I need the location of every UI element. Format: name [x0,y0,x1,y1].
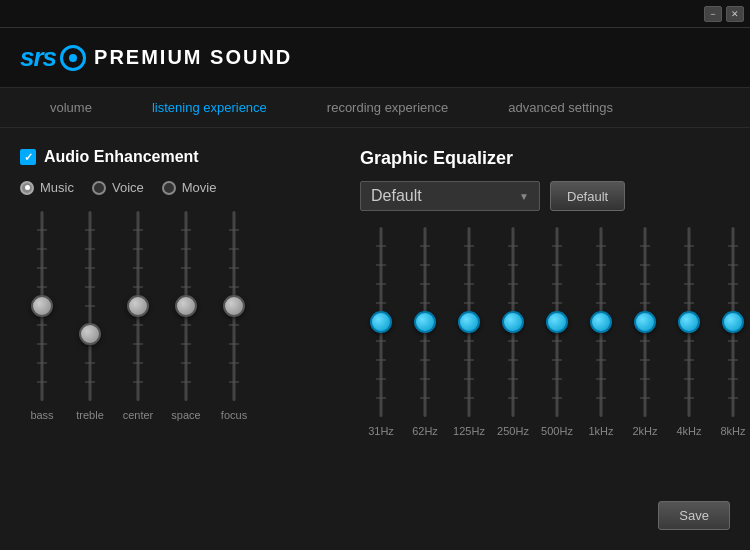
slider-1khz-knob[interactable] [590,311,612,333]
slider-8khz[interactable] [728,227,738,417]
slider-8khz-label: 8kHz [720,425,745,437]
eq-slider-col-31hz: 31Hz [360,227,402,437]
slider-focus[interactable] [229,211,239,401]
slider-2khz-knob[interactable] [634,311,656,333]
eq-preset-value: Default [371,187,422,205]
slider-2khz-label: 2kHz [632,425,657,437]
right-panel: Graphic Equalizer Default ▼ Default [360,148,750,530]
titlebar: − ✕ [0,0,750,28]
dropdown-arrow-icon: ▼ [519,191,529,202]
slider-500hz[interactable] [552,227,562,417]
slider-500hz-label: 500Hz [541,425,573,437]
slider-31hz-knob[interactable] [370,311,392,333]
slider-treble[interactable] [85,211,95,401]
eq-slider-col-500hz: 500Hz [536,227,578,437]
main-content: Audio Enhancement Music Voice Movie [0,128,750,550]
slider-bass-label: bass [30,409,53,421]
radio-music-btn[interactable] [20,181,34,195]
slider-500hz-knob[interactable] [546,311,568,333]
slider-center-label: center [123,409,154,421]
eq-slider-col-2khz: 2kHz [624,227,666,437]
save-button[interactable]: Save [658,501,730,530]
eq-title: Graphic Equalizer [360,148,750,169]
logo-circle-icon [60,45,86,71]
slider-31hz-label: 31Hz [368,425,394,437]
slider-250hz-knob[interactable] [502,311,524,333]
slider-treble-knob[interactable] [79,323,101,345]
slider-col-space: space [164,211,208,421]
eq-slider-col-1khz: 1kHz [580,227,622,437]
eq-slider-col-62hz: 62Hz [404,227,446,437]
slider-col-center: center [116,211,160,421]
eq-sliders-area: 31Hz [360,227,750,437]
slider-125hz[interactable] [464,227,474,417]
slider-col-treble: treble [68,211,112,421]
slider-focus-knob[interactable] [223,295,245,317]
close-button[interactable]: ✕ [726,6,744,22]
left-panel: Audio Enhancement Music Voice Movie [20,148,280,530]
radio-voice-btn[interactable] [92,181,106,195]
nav-item-listening[interactable]: listening experience [122,88,297,128]
slider-62hz[interactable] [420,227,430,417]
slider-2khz[interactable] [640,227,650,417]
slider-col-focus: focus [212,211,256,421]
mode-radio-group: Music Voice Movie [20,180,280,195]
slider-space[interactable] [181,211,191,401]
audio-enhancement-label: Audio Enhancement [44,148,199,166]
main-nav: volume listening experience recording ex… [0,88,750,128]
app-header: srs PREMIUM SOUND [0,28,750,88]
slider-1khz[interactable] [596,227,606,417]
radio-movie-label: Movie [182,180,217,195]
slider-treble-label: treble [76,409,104,421]
slider-125hz-knob[interactable] [458,311,480,333]
slider-4khz[interactable] [684,227,694,417]
slider-125hz-label: 125Hz [453,425,485,437]
audio-enhancement-row: Audio Enhancement [20,148,280,166]
eq-controls: Default ▼ Default [360,181,750,211]
radio-voice-label: Voice [112,180,144,195]
slider-col-bass: bass [20,211,64,421]
left-sliders-area: bass [20,211,280,421]
slider-250hz[interactable] [508,227,518,417]
slider-31hz[interactable] [376,227,386,417]
slider-62hz-knob[interactable] [414,311,436,333]
radio-music[interactable]: Music [20,180,74,195]
eq-slider-col-4khz: 4kHz [668,227,710,437]
slider-bass-knob[interactable] [31,295,53,317]
radio-voice[interactable]: Voice [92,180,144,195]
slider-62hz-label: 62Hz [412,425,438,437]
slider-250hz-label: 250Hz [497,425,529,437]
eq-slider-col-125hz: 125Hz [448,227,490,437]
eq-slider-col-250hz: 250Hz [492,227,534,437]
radio-movie-btn[interactable] [162,181,176,195]
logo-premium: PREMIUM SOUND [94,46,292,69]
slider-4khz-label: 4kHz [676,425,701,437]
slider-4khz-knob[interactable] [678,311,700,333]
slider-bass[interactable] [37,211,47,401]
minimize-button[interactable]: − [704,6,722,22]
audio-enhancement-checkbox[interactable] [20,149,36,165]
slider-treble-track [89,211,92,401]
radio-movie[interactable]: Movie [162,180,217,195]
slider-8khz-knob[interactable] [722,311,744,333]
slider-center[interactable] [133,211,143,401]
slider-center-knob[interactable] [127,295,149,317]
nav-item-volume[interactable]: volume [20,88,122,128]
logo-srs: srs [20,42,56,73]
eq-preset-dropdown[interactable]: Default ▼ [360,181,540,211]
eq-slider-col-8khz: 8kHz [712,227,750,437]
slider-space-label: space [171,409,200,421]
nav-item-advanced[interactable]: advanced settings [478,88,643,128]
slider-space-knob[interactable] [175,295,197,317]
radio-music-label: Music [40,180,74,195]
nav-item-recording[interactable]: recording experience [297,88,478,128]
slider-focus-label: focus [221,409,247,421]
logo: srs PREMIUM SOUND [20,42,292,73]
slider-1khz-label: 1kHz [588,425,613,437]
eq-default-button[interactable]: Default [550,181,625,211]
